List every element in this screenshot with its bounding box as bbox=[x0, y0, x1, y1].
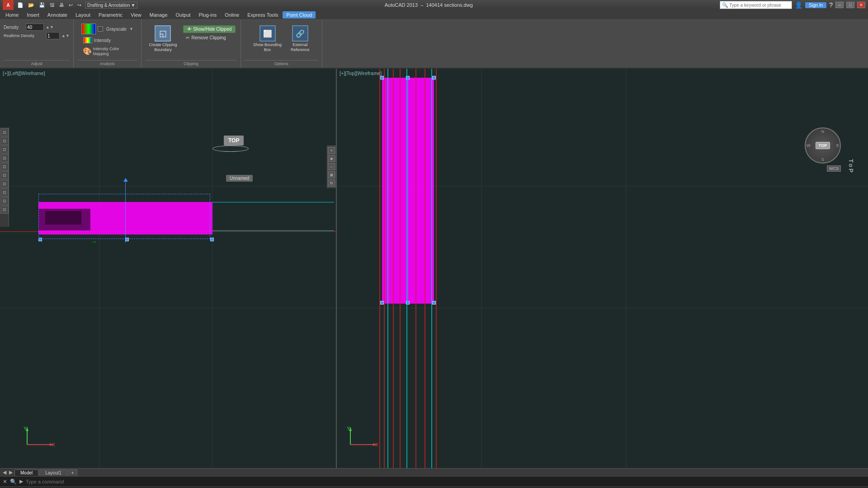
close-button[interactable]: ✕ bbox=[857, 2, 865, 8]
right-handle-tc[interactable] bbox=[406, 76, 410, 80]
help-icon[interactable]: ? bbox=[829, 1, 833, 9]
compass-n: N bbox=[821, 129, 825, 134]
svg-text:Y: Y bbox=[347, 426, 350, 431]
ucs-svg-right: X Y bbox=[346, 427, 382, 454]
tab-scroll-left[interactable]: ◀ bbox=[2, 469, 7, 475]
lt-btn-3[interactable]: ⊡ bbox=[0, 145, 9, 154]
menu-layout[interactable]: Layout bbox=[72, 11, 94, 19]
intensity-color-full-btn[interactable]: 🎨 Intensity Color Mapping bbox=[81, 46, 131, 57]
grayscale-checkbox[interactable] bbox=[98, 26, 103, 32]
menu-insert[interactable]: Insert bbox=[23, 11, 43, 19]
grayscale-control[interactable]: Grayscale ▼ bbox=[98, 26, 133, 32]
open-button[interactable]: 📂 bbox=[26, 2, 36, 9]
right-handle-tl[interactable] bbox=[380, 76, 384, 80]
grayscale-dropdown[interactable]: ▼ bbox=[129, 27, 133, 31]
right-handle-bl[interactable] bbox=[380, 301, 384, 305]
show-hide-label: Show/Hide Clipped bbox=[193, 27, 231, 32]
search-input[interactable] bbox=[729, 3, 790, 8]
menu-manage[interactable]: Manage bbox=[146, 11, 171, 19]
titlebar-controls: 🔍 👤 Sign In ? ─ □ ✕ bbox=[720, 1, 865, 9]
tab-layout1[interactable]: Layout1 bbox=[39, 469, 67, 476]
tab-scroll-right[interactable]: ▶ bbox=[8, 469, 14, 475]
menu-plugins[interactable]: Plug-ins bbox=[195, 11, 221, 19]
external-reference-button[interactable]: 🔗 ExternalReference bbox=[288, 23, 312, 54]
intensity-color-mapping-btn[interactable]: Intensity bbox=[81, 36, 113, 44]
options-controls: ⬜ Show BoundingBox 🔗 ExternalReference bbox=[250, 22, 312, 60]
right-viewport-label: [+][Top][Wireframe] bbox=[340, 70, 382, 76]
quick-access-toolbar: 📄 📂 💾 🖫 🖶 ↩ ↪ bbox=[15, 2, 83, 9]
right-handle-bc[interactable] bbox=[406, 301, 410, 305]
compass-circle: N S W E TOP bbox=[805, 127, 841, 164]
show-bounding-box-button[interactable]: ⬜ Show BoundingBox bbox=[250, 23, 284, 54]
workspace-dropdown[interactable]: Drafting & Annotation ▼ bbox=[85, 2, 137, 9]
remove-clipping-button[interactable]: ✂ Remove Clipping bbox=[183, 34, 236, 41]
lt-btn-2[interactable]: ⊡ bbox=[0, 137, 9, 145]
lt-btn-6[interactable]: ⊡ bbox=[0, 171, 9, 179]
menu-parametric[interactable]: Parametric bbox=[95, 11, 126, 19]
menu-home[interactable]: Home bbox=[2, 11, 22, 19]
command-input[interactable] bbox=[26, 479, 865, 484]
lt-btn-5[interactable]: ⊡ bbox=[0, 163, 9, 171]
lt-btn-9[interactable]: ⊡ bbox=[0, 197, 9, 205]
realtime-stepper[interactable]: ▲▼ bbox=[61, 33, 70, 38]
compass-center-button[interactable]: TOP bbox=[816, 142, 830, 149]
titlebar-left: A 📄 📂 💾 🖫 🖶 ↩ ↪ Drafting & Annotation ▼ bbox=[3, 0, 137, 10]
search-box[interactable]: 🔍 bbox=[720, 1, 792, 9]
minimize-button[interactable]: ─ bbox=[835, 2, 844, 8]
nav-zoom-out[interactable]: − bbox=[328, 163, 335, 170]
svg-text:X: X bbox=[375, 442, 378, 447]
nav-pan[interactable]: ⊕ bbox=[328, 155, 335, 162]
cmd-search-btn[interactable]: 🔍 bbox=[10, 479, 17, 485]
viewport-left[interactable]: [+][Left][Wireframe] → bbox=[0, 69, 337, 468]
remove-icon: ✂ bbox=[186, 35, 189, 40]
left-viewport-grid bbox=[0, 69, 336, 468]
density-stepper[interactable]: ▲▼ bbox=[46, 25, 54, 29]
lt-btn-7[interactable]: ⊡ bbox=[0, 180, 9, 188]
cyan-bottom-line bbox=[212, 230, 334, 231]
lt-btn-10[interactable]: ⊡ bbox=[0, 206, 9, 214]
sign-in-button[interactable]: Sign In bbox=[805, 2, 826, 8]
lt-btn-1[interactable]: ⊡ bbox=[0, 128, 9, 136]
cmd-prompt-icon: ▶ bbox=[19, 479, 23, 484]
menu-online[interactable]: Online bbox=[221, 11, 243, 19]
adjust-controls: Density ▲▼ Realtime Density ▲▼ bbox=[4, 22, 70, 60]
menu-pointcloud[interactable]: Point Cloud bbox=[283, 11, 316, 19]
menu-express[interactable]: Express Tools bbox=[244, 11, 282, 19]
redo-button[interactable]: ↪ bbox=[75, 2, 83, 9]
tab-model[interactable]: Model bbox=[14, 469, 38, 476]
ext-ref-icon: 🔗 bbox=[296, 29, 305, 38]
show-hide-clipped-button[interactable]: 👁 Show/Hide Clipped bbox=[183, 25, 236, 33]
restore-button[interactable]: □ bbox=[846, 2, 854, 8]
nav-rotate[interactable]: ↻ bbox=[328, 179, 335, 187]
saveas-button[interactable]: 🖫 bbox=[48, 2, 57, 8]
tab-add[interactable]: + bbox=[68, 469, 77, 476]
right-handle-tr[interactable] bbox=[432, 76, 436, 80]
new-button[interactable]: 📄 bbox=[15, 2, 25, 9]
print-button[interactable]: 🖶 bbox=[57, 2, 66, 8]
nav-zoom-in[interactable]: + bbox=[328, 147, 335, 154]
right-handle-br[interactable] bbox=[432, 301, 436, 305]
undo-button[interactable]: ↩ bbox=[67, 2, 75, 9]
bounding-box-icon: ⬜ bbox=[263, 29, 272, 38]
cmd-close-btn[interactable]: ✕ bbox=[3, 479, 7, 485]
sign-in-label: Sign In bbox=[809, 3, 823, 8]
lt-btn-4[interactable]: ⊡ bbox=[0, 154, 9, 162]
density-input[interactable] bbox=[26, 23, 44, 31]
viewport-right[interactable]: [+][Top][Wireframe] bbox=[337, 69, 868, 468]
app-name: AutoCAD 2013 bbox=[385, 2, 418, 8]
lt-btn-8[interactable]: ⊡ bbox=[0, 188, 9, 197]
file-name: 140414 sections.dwg bbox=[426, 2, 472, 8]
remove-label: Remove Clipping bbox=[191, 35, 226, 40]
menu-view[interactable]: View bbox=[127, 11, 145, 19]
handle-topright[interactable] bbox=[210, 238, 214, 241]
ribbon-clipping-group: ◱ Create ClippingBoundary 👁 Show/Hide Cl… bbox=[142, 20, 241, 68]
menu-output[interactable]: Output bbox=[172, 11, 194, 19]
create-clipping-button[interactable]: ◱ Create ClippingBoundary bbox=[146, 23, 179, 54]
save-button[interactable]: 💾 bbox=[37, 2, 47, 9]
status-bar: 0.0000, 0.0000, 0.0000 MODEL ▦ ⊡ ⊞ ⊕ ⊗ ⊙… bbox=[0, 486, 868, 488]
nav-zoom-extent[interactable]: ⊞ bbox=[328, 171, 335, 178]
bounding-label: Show BoundingBox bbox=[253, 42, 282, 52]
realtime-input[interactable] bbox=[46, 32, 60, 39]
menu-annotate[interactable]: Annotate bbox=[44, 11, 71, 19]
unnamed-label: Unnamed bbox=[226, 175, 253, 182]
